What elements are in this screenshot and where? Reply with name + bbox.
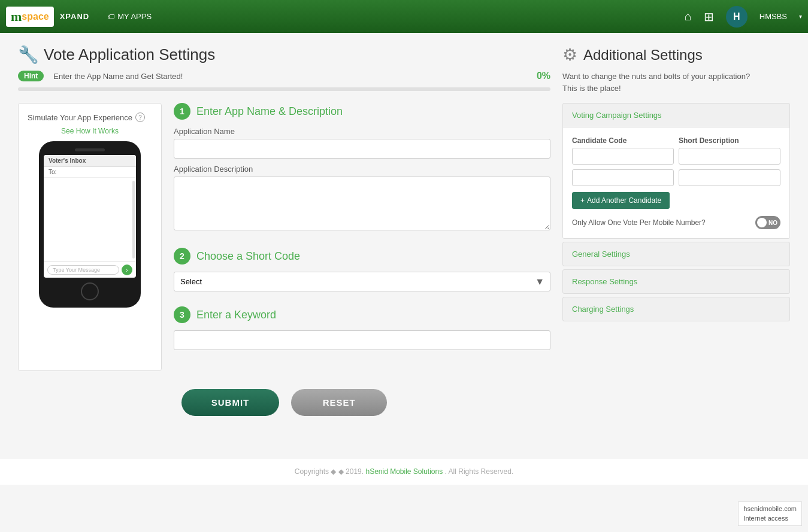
hint-left: Hint Enter the App Name and Get Started! [18,71,183,81]
right-panel: ⚙ Additional Settings Want to change the… [562,45,790,434]
phone-body [44,178,136,262]
response-settings-section: Response Settings [562,269,790,294]
reset-button[interactable]: RESET [291,389,387,416]
phone-to-row: To: [44,167,136,178]
phone-input-box: Type Your Message [47,265,119,275]
step-3-number: 3 [174,306,190,323]
step-1-title: Enter App Name & Description [196,105,343,118]
gear-icon: ⚙ [562,45,577,65]
grid-icon-button[interactable]: ⊞ [704,10,714,24]
page-title-row: 🔧 Vote Application Settings [18,45,550,65]
step-2-header: 2 Choose a Short Code [174,248,550,265]
main-content: 🔧 Vote Application Settings Hint Enter t… [0,33,808,446]
simulator-header: Simulate Your App Experience ? [28,113,152,122]
additional-settings-title-row: ⚙ Additional Settings [562,45,790,65]
voting-campaign-header[interactable]: Voting Campaign Settings [563,104,789,127]
toggle-label: NO [768,220,777,226]
candidate-code-header: Candidate Code [572,136,674,145]
footer-company-link[interactable]: hSenid Mobile Solutions [365,467,443,476]
app-description-input[interactable] [174,177,550,230]
form-steps: 1 Enter App Name & Description Applicati… [174,103,550,371]
internet-badge: hsenidmobile.com Internet access [738,501,802,526]
app-name-label: Application Name [174,127,550,136]
internet-badge-site: hsenidmobile.com [743,504,797,513]
phone-home-button[interactable] [81,282,99,300]
buttons-row: SUBMIT RESET [18,371,550,434]
hint-text: Enter the App Name and Get Started! [53,72,183,81]
voting-campaign-section: Voting Campaign Settings Candidate Code … [562,103,790,239]
left-panel: 🔧 Vote Application Settings Hint Enter t… [18,45,550,434]
candidate-code-input-2[interactable] [572,169,674,186]
candidate-code-input-1[interactable] [572,148,674,165]
page-title: Vote Application Settings [44,45,215,64]
footer-rights: . All Rights Reserved. [445,467,514,476]
progress-percent: 0% [537,71,550,81]
charging-settings-header[interactable]: Charging Settings [563,297,789,321]
user-avatar: H [726,6,748,28]
phone-send-button[interactable]: › [122,265,132,275]
my-apps-link[interactable]: 🏷 MY APPS [107,12,152,21]
phone-scroll-bar [132,181,135,259]
toggle-track[interactable]: NO [755,216,780,229]
phone-speaker [75,148,105,151]
general-settings-header[interactable]: General Settings [563,242,789,266]
logo[interactable]: mspace [6,7,54,27]
navbar-right: ⌂ ⊞ H HMSBS ▾ [685,6,802,28]
toggle-thumb [757,218,767,227]
step-3: 3 Enter a Keyword [174,306,550,356]
keyword-input[interactable] [174,330,550,350]
navbar: mspace XPAND 🏷 MY APPS ⌂ ⊞ H HMSBS ▾ [0,0,808,33]
short-code-select-wrapper: Select ▼ [174,272,550,291]
short-desc-col: Short Description [679,136,780,165]
app-name-input[interactable] [174,139,550,159]
wrench-icon: 🔧 [18,45,39,65]
see-how-link[interactable]: See How It Works [28,127,152,135]
nav-dropdown-arrow[interactable]: ▾ [799,13,802,20]
step-1-number: 1 [174,103,190,120]
candidate-code-col-2 [572,169,674,186]
simulator-title: Simulate Your App Experience [28,113,132,122]
one-vote-label: Only Allow One Vote Per Mobile Number? [572,218,706,227]
step-2: 2 Choose a Short Code Select ▼ [174,248,550,291]
app-desc-label: Application Description [174,165,550,174]
toggle-switch[interactable]: NO [755,216,780,229]
tag-icon: 🏷 [107,13,114,21]
step-2-title: Choose a Short Code [196,250,300,263]
additional-settings-title: Additional Settings [583,47,703,63]
phone-device: Voter's Inbox To: Type Your Message › [39,141,141,308]
step-3-title: Enter a Keyword [196,309,276,321]
logo-m: m [11,9,22,25]
short-desc-input-1[interactable] [679,148,780,165]
submit-button[interactable]: SUBMIT [181,389,280,416]
add-candidate-button[interactable]: + Add Another Candidate [572,192,670,209]
nav-username[interactable]: HMSBS [759,12,787,21]
progress-bar-container [18,87,550,91]
candidate-code-col: Candidate Code [572,136,674,165]
step-3-header: 3 Enter a Keyword [174,306,550,323]
hint-bar: Hint Enter the App Name and Get Started!… [18,71,550,81]
phone-to-label: To: [49,169,56,175]
additional-desc: Want to change the nuts and bolts of you… [562,71,790,94]
short-desc-header: Short Description [679,136,780,145]
phone-simulator: Simulate Your App Experience ? See How I… [18,103,162,371]
general-settings-section: General Settings [562,242,790,266]
short-code-select[interactable]: Select [174,272,550,291]
hint-label: Hint [18,71,44,81]
plus-icon: + [580,196,585,205]
help-icon[interactable]: ? [135,113,145,122]
step-1-header: 1 Enter App Name & Description [174,103,550,120]
response-settings-header[interactable]: Response Settings [563,270,789,293]
home-icon-button[interactable]: ⌂ [685,10,692,23]
navbar-xpand-label: XPAND [60,12,90,21]
phone-input-placeholder: Type Your Message [53,267,100,273]
step-2-number: 2 [174,248,190,265]
charging-settings-section: Charging Settings [562,297,790,321]
internet-badge-status: Internet access [743,514,797,523]
voting-campaign-content: Candidate Code Short Description + Add A… [563,127,789,238]
footer: Copyrights ◆ ◆ 2019. hSenid Mobile Solut… [0,458,808,485]
one-vote-row: Only Allow One Vote Per Mobile Number? N… [572,216,780,229]
logo-space: space [22,11,49,22]
candidate-grid: Candidate Code Short Description [572,136,780,186]
short-desc-input-2[interactable] [679,169,780,186]
short-desc-col-2 [679,169,780,186]
